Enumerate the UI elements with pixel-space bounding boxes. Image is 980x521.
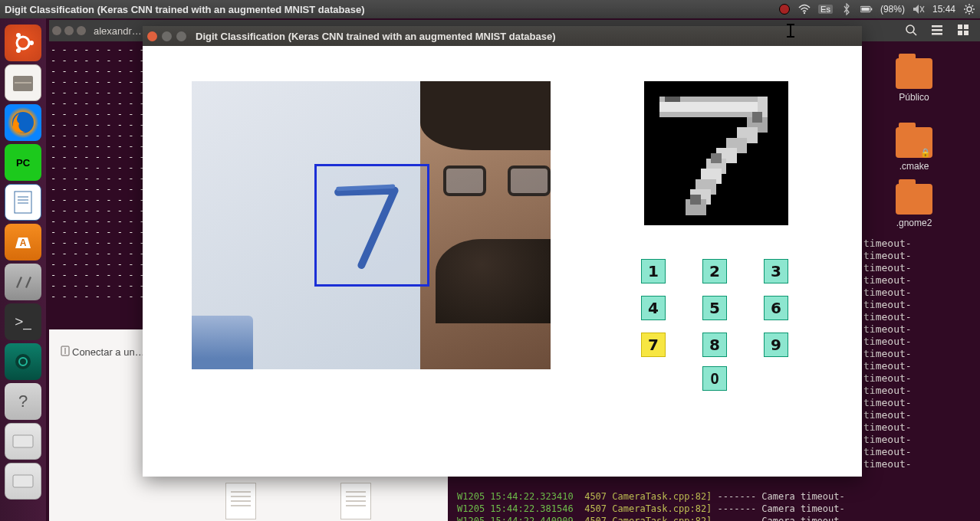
log-line: timeout-: [863, 421, 977, 434]
bluetooth-icon[interactable]: [840, 3, 853, 15]
svg-rect-47: [659, 102, 758, 112]
key-8[interactable]: 8: [702, 333, 727, 357]
window-title: Digit Classification (Keras CNN trained …: [5, 4, 365, 15]
firefox-icon[interactable]: [5, 104, 41, 141]
connect-icon[interactable]: [59, 345, 71, 359]
app-titlebar[interactable]: Digit Classification (Keras CNN trained …: [143, 26, 862, 46]
svg-point-31: [906, 25, 914, 33]
log-line: timeout-: [863, 397, 977, 409]
key-2[interactable]: 2: [702, 259, 727, 283]
svg-line-32: [913, 32, 916, 35]
svg-rect-30: [13, 475, 33, 487]
gear-icon[interactable]: [963, 3, 975, 15]
volume-icon[interactable]: [913, 3, 925, 15]
digit-classifier-window: Digit Classification (Keras CNN trained …: [143, 26, 862, 477]
help-icon[interactable]: ?: [5, 383, 41, 420]
dash-icon[interactable]: [5, 25, 41, 61]
svg-rect-38: [958, 31, 962, 35]
key-5[interactable]: 5: [702, 296, 727, 320]
svg-point-6: [967, 7, 972, 11]
svg-point-27: [15, 354, 31, 369]
disk-icon[interactable]: [5, 423, 41, 460]
roi-box: [314, 164, 429, 287]
log-line: timeout-: [863, 446, 977, 458]
log-line: timeout-: [863, 434, 977, 446]
maximize-icon[interactable]: [176, 31, 186, 41]
ubuntu-software-icon[interactable]: A: [5, 224, 41, 260]
svg-line-14: [965, 12, 967, 14]
svg-point-0: [804, 12, 805, 14]
window-controls[interactable]: [52, 26, 86, 35]
svg-rect-37: [964, 25, 968, 29]
mnist-preview: [644, 81, 788, 225]
svg-rect-20: [15, 82, 31, 84]
svg-rect-39: [964, 31, 968, 35]
folder-label: .gnome2: [896, 218, 932, 228]
key-6[interactable]: 6: [764, 296, 788, 320]
log-line: timeout-: [863, 238, 977, 250]
svg-rect-59: [752, 112, 762, 122]
key-4[interactable]: 4: [641, 296, 666, 320]
svg-point-18: [16, 48, 21, 53]
camera-app-icon[interactable]: [5, 343, 41, 380]
system-indicators: Es (98%) 15:44: [778, 3, 975, 15]
key-9[interactable]: 9: [764, 333, 788, 357]
folder-label: .cmake: [896, 161, 932, 172]
key-3[interactable]: 3: [764, 259, 788, 283]
svg-rect-61: [690, 195, 700, 205]
nautilus-path: alexandr…: [94, 25, 142, 37]
svg-rect-34: [932, 29, 942, 31]
svg-text:A: A: [20, 238, 27, 248]
grid-view-icon[interactable]: [957, 24, 969, 38]
minimize-icon[interactable]: [162, 31, 172, 41]
files-icon[interactable]: [5, 64, 41, 101]
pycharm-icon[interactable]: PC: [5, 144, 41, 181]
desktop-folder-cmake[interactable]: .cmake: [896, 127, 932, 172]
log-line: timeout-: [863, 250, 977, 262]
libreoffice-writer-icon[interactable]: [5, 184, 41, 221]
connect-label[interactable]: Conectar a un…: [72, 346, 145, 358]
log-line: timeout-: [863, 287, 977, 299]
svg-line-11: [965, 5, 967, 7]
wifi-icon[interactable]: [798, 3, 811, 15]
list-view-icon[interactable]: [931, 24, 943, 38]
unity-launcher: PC A >_ ?: [0, 18, 46, 521]
desktop-folder-gnome2[interactable]: .gnome2: [896, 184, 932, 228]
svg-rect-22: [15, 192, 31, 213]
key-1[interactable]: 1: [641, 259, 666, 283]
file-item-log[interactable]: log: [225, 483, 256, 521]
svg-point-17: [16, 33, 21, 38]
handwritten-seven: [324, 174, 412, 274]
top-menubar: Digit Classification (Keras CNN trained …: [0, 0, 980, 18]
log-line: timeout-: [863, 348, 977, 360]
svg-line-13: [972, 5, 974, 7]
record-icon[interactable]: [778, 3, 791, 15]
log-line: timeout-: [863, 409, 977, 421]
key-7[interactable]: 7: [641, 333, 666, 357]
svg-rect-2: [861, 8, 869, 11]
svg-rect-60: [711, 153, 721, 163]
digit-pad-zero-row: 0: [702, 366, 727, 391]
log-line: timeout-: [863, 311, 977, 323]
svg-point-16: [29, 41, 34, 45]
terminal-icon[interactable]: >_: [5, 303, 41, 340]
svg-rect-35: [932, 33, 942, 35]
disk-icon-2[interactable]: [5, 463, 41, 500]
search-icon[interactable]: [905, 24, 917, 38]
app-title: Digit Classification (Keras CNN trained …: [196, 31, 556, 42]
log-line: timeout-: [863, 262, 977, 274]
file-item-2[interactable]: [340, 483, 371, 519]
keyboard-layout-indicator[interactable]: Es: [818, 5, 833, 14]
svg-rect-29: [13, 435, 33, 447]
camera-feed: [192, 81, 551, 369]
key-0[interactable]: 0: [702, 366, 727, 391]
log-line: timeout-: [863, 299, 977, 311]
settings-icon[interactable]: [5, 264, 41, 300]
desktop-folder-publico[interactable]: Público: [896, 58, 932, 103]
folder-label: Público: [896, 92, 932, 103]
battery-icon[interactable]: [860, 3, 873, 15]
text-cursor-icon: [784, 23, 797, 42]
glass-object: [192, 316, 253, 369]
close-icon[interactable]: [147, 31, 157, 41]
log-line: timeout-: [863, 458, 977, 470]
